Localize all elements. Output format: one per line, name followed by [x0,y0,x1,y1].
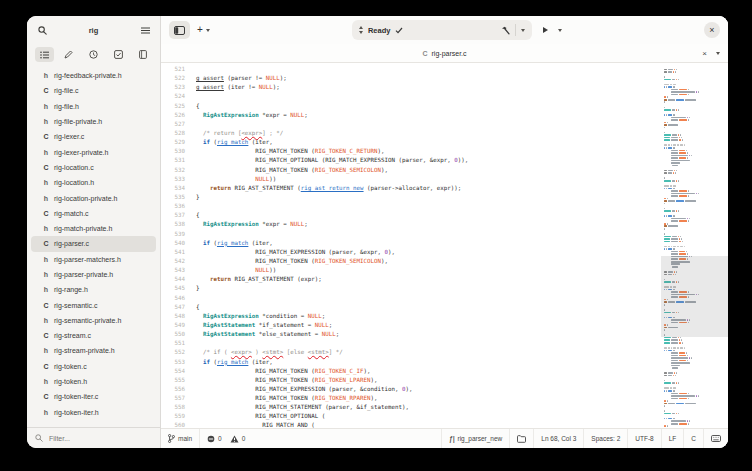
encoding-setting[interactable]: UTF-8 [628,429,660,448]
code-line[interactable]: RIG_MATCH_STATEMENT (parser, &if_stateme… [196,403,661,412]
code-line[interactable]: if (rig_match (iter, [196,239,661,248]
error-counter[interactable]: 0 0 [200,429,252,448]
file-item[interactable]: hrig-lexer-private.h [31,144,156,159]
sidebar-tab-symbols[interactable] [59,47,78,62]
line-number[interactable]: 559 [161,412,185,421]
code-line[interactable]: g_assert (parser != NULL); [196,74,661,83]
tab-close-button[interactable]: × [702,49,707,58]
file-item[interactable]: Crig-file.c [31,83,156,98]
file-item[interactable]: hrig-token.h [31,374,156,389]
code-line[interactable]: g_assert (iter != NULL); [196,83,661,92]
file-item[interactable]: hrig-location-private.h [31,190,156,205]
code-line[interactable]: RIG_MATCH_EXPRESSION (parser, &condition… [196,385,661,394]
line-number[interactable]: 553 [161,358,185,367]
line-number[interactable]: 530 [161,147,185,156]
code-line[interactable]: RIG_MATCH_OPTIONAL (RIG_MATCH_EXPRESSION… [196,156,661,165]
line-ending-setting[interactable]: LF [662,429,684,448]
line-number[interactable]: 528 [161,129,185,138]
code-line[interactable]: return RIG_AST_STATEMENT (expr); [196,275,661,284]
line-number[interactable]: 544 [161,275,185,284]
line-number[interactable]: 525 [161,102,185,111]
filter-input[interactable] [47,434,131,443]
line-number[interactable]: 538 [161,220,185,229]
file-item[interactable]: hrig-match-private.h [31,221,156,236]
code-line[interactable] [196,339,661,348]
code-line[interactable]: RigAstExpression *condition = NULL; [196,312,661,321]
file-item[interactable]: hrig-feedback-private.h [31,68,156,83]
project-folder-button[interactable] [510,429,533,448]
line-number[interactable]: 542 [161,257,185,266]
file-item[interactable]: hrig-file.h [31,99,156,114]
toggle-sidebar-button[interactable] [169,21,190,39]
keyboard-button[interactable] [704,429,728,448]
new-page-button[interactable]: + [192,21,215,39]
line-number[interactable]: 527 [161,120,185,129]
code-line[interactable]: } [196,284,661,293]
code-line[interactable]: NULL)) [196,175,661,184]
line-number[interactable]: 560 [161,421,185,428]
line-number[interactable]: 550 [161,330,185,339]
file-item[interactable]: hrig-range.h [31,282,156,297]
line-number[interactable]: 521 [161,65,185,74]
file-item[interactable]: hrig-semantic-private.h [31,313,156,328]
code-line[interactable]: RigAstExpression *expr = NULL; [196,111,661,120]
build-hammer-icon[interactable] [501,26,510,35]
window-close-button[interactable]: × [704,22,720,38]
line-number[interactable]: 532 [161,166,185,175]
file-item[interactable]: hrig-location.h [31,175,156,190]
run-options-button[interactable] [553,21,567,39]
minimap[interactable] [661,63,728,428]
code-line[interactable]: if (rig_match (iter, [196,358,661,367]
current-symbol[interactable]: ƒ| rig_parser_new [442,429,509,448]
code-line[interactable] [196,202,661,211]
file-item[interactable]: Crig-match.c [31,206,156,221]
file-item[interactable]: Crig-token.c [31,359,156,374]
line-number[interactable]: 551 [161,339,185,348]
code-line[interactable]: if (rig_match (iter, [196,138,661,147]
code-line[interactable]: /* if ( <expr> ) <stmt> [else <stmt>] */ [196,348,661,357]
file-item[interactable]: Crig-parser.c [31,236,156,251]
tab-options-caret-icon[interactable] [716,52,720,55]
line-number[interactable]: 540 [161,239,185,248]
file-item[interactable]: hrig-token-iter.h [31,405,156,420]
code-line[interactable] [196,230,661,239]
build-options-caret-icon[interactable] [521,29,525,32]
line-number[interactable]: 555 [161,376,185,385]
line-number[interactable]: 558 [161,403,185,412]
file-item[interactable]: Crig-token-iter.c [31,389,156,404]
code-line[interactable]: RIG_MATCH_TOKEN (RIG_TOKEN_SEMICOLON), [196,257,661,266]
line-number[interactable]: 549 [161,321,185,330]
line-number[interactable]: 547 [161,303,185,312]
search-button[interactable] [34,22,50,38]
file-item[interactable]: Crig-semantic.c [31,297,156,312]
code-line[interactable]: RIG_MATCH_TOKEN (RIG_TOKEN_C_RETURN), [196,147,661,156]
menu-button[interactable] [137,22,153,38]
line-number[interactable]: 529 [161,138,185,147]
sidebar-tab-history[interactable] [84,47,103,62]
code-line[interactable]: RIG_MATCH_TOKEN (RIG_TOKEN_RPAREN), [196,394,661,403]
code-line[interactable] [196,120,661,129]
code-line[interactable]: RIG_MATCH_AND ( [196,421,661,428]
code-line[interactable]: RIG_MATCH_TOKEN (RIG_TOKEN_C_IF), [196,367,661,376]
line-number[interactable]: 534 [161,184,185,193]
code-line[interactable]: RIG_MATCH_TOKEN (RIG_TOKEN_SEMICOLON), [196,166,661,175]
code-line[interactable]: RIG_MATCH_OPTIONAL ( [196,412,661,421]
file-item[interactable]: Crig-location.c [31,160,156,175]
code-line[interactable]: RigAstExpression *expr = NULL; [196,220,661,229]
code-line[interactable]: RigAstStatement *if_statement = NULL; [196,321,661,330]
run-button[interactable] [538,21,553,39]
line-number[interactable]: 539 [161,230,185,239]
minimap-viewport[interactable] [661,256,728,336]
line-number[interactable]: 535 [161,193,185,202]
code-line[interactable] [196,65,661,74]
code-line[interactable]: RIG_MATCH_TOKEN (RIG_TOKEN_LPAREN), [196,376,661,385]
line-number[interactable]: 552 [161,348,185,357]
line-number[interactable]: 524 [161,92,185,101]
line-number[interactable]: 545 [161,284,185,293]
code-line[interactable]: /* return [<expr>] ; */ [196,129,661,138]
file-item[interactable]: hrig-parser-private.h [31,267,156,282]
line-number[interactable]: 536 [161,202,185,211]
line-number[interactable]: 533 [161,175,185,184]
sidebar-tab-todo[interactable] [109,47,128,62]
line-number[interactable]: 541 [161,248,185,257]
